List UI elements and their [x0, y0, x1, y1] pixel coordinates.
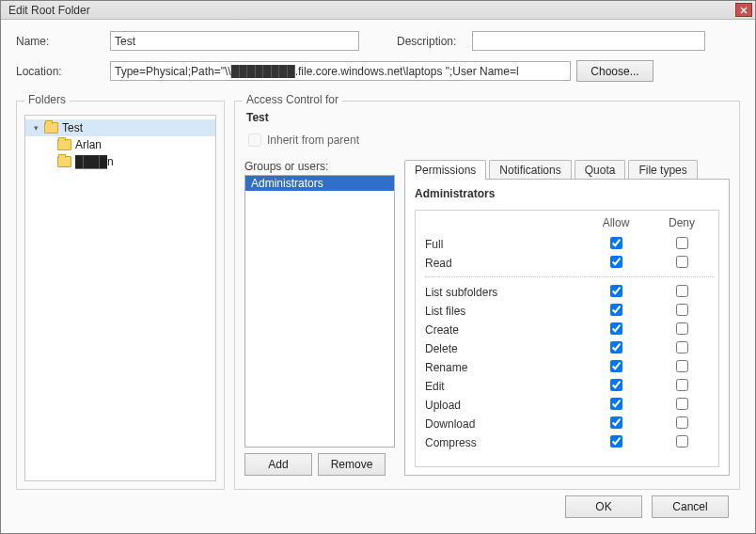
deny-checkbox[interactable] [676, 322, 688, 335]
description-label: Description: [397, 35, 472, 48]
close-button[interactable] [735, 3, 752, 17]
folder-icon [57, 156, 71, 167]
permission-name: Full [425, 238, 583, 251]
groups-listbox[interactable]: Administrators [244, 175, 395, 448]
folder-icon [44, 122, 58, 134]
mid-row: Groups or users: Administrators Add Remo… [244, 160, 730, 476]
permissions-group-title: Administrators [415, 187, 719, 200]
cancel-button[interactable]: Cancel [652, 495, 729, 518]
allow-checkbox[interactable] [610, 360, 622, 372]
folder-tree[interactable]: ▾ Test Arlan████n [24, 115, 216, 481]
titlebar: Edit Root Folder [1, 1, 755, 20]
permissions-divider [425, 276, 715, 277]
permission-row: List files [425, 302, 715, 321]
tabs-column: PermissionsNotificationsQuotaFile types … [404, 160, 730, 476]
deny-checkbox[interactable] [676, 304, 688, 316]
deny-checkbox[interactable] [676, 435, 688, 448]
allow-checkbox[interactable] [610, 237, 622, 249]
access-legend: Access Control for [243, 93, 342, 106]
deny-checkbox[interactable] [676, 398, 688, 410]
allow-checkbox[interactable] [610, 379, 622, 391]
groups-label: Groups or users: [244, 160, 395, 173]
dialog-content: Name: Description: Location: Choose... F… [1, 20, 755, 533]
location-field[interactable] [110, 61, 571, 81]
name-field[interactable] [110, 31, 359, 51]
deny-checkbox[interactable] [676, 256, 688, 268]
tab-file-types[interactable]: File types [628, 160, 697, 180]
tab-bar: PermissionsNotificationsQuotaFile types [404, 160, 730, 180]
allow-header: Allow [583, 216, 649, 229]
allow-checkbox[interactable] [610, 285, 622, 297]
permission-row: Delete [425, 339, 715, 358]
add-button[interactable]: Add [244, 453, 312, 476]
permission-row: Edit [425, 377, 715, 396]
groups-buttons: Add Remove [244, 453, 395, 476]
tree-child-label: Arlan [75, 138, 102, 151]
permission-row: Upload [425, 396, 715, 415]
folders-legend: Folders [24, 93, 70, 106]
permissions-scroll[interactable]: Allow Deny FullRead List subfoldersList … [415, 210, 719, 467]
permission-row: Read [425, 254, 715, 273]
tree-child-label: ████n [75, 155, 114, 168]
permission-row: Rename [425, 358, 715, 377]
dialog-window: Edit Root Folder Name: Description: Loca… [0, 0, 756, 534]
remove-button[interactable]: Remove [318, 453, 386, 476]
tab-permissions[interactable]: Permissions [404, 160, 486, 180]
tree-child[interactable]: Arlan [25, 136, 215, 153]
choose-button[interactable]: Choose... [576, 60, 654, 82]
groups-list-item[interactable]: Administrators [245, 176, 394, 191]
close-icon [740, 7, 748, 14]
permission-row: List subfolders [425, 283, 715, 302]
allow-checkbox[interactable] [610, 256, 622, 268]
allow-checkbox[interactable] [610, 416, 622, 429]
permission-name: Compress [425, 436, 583, 449]
ok-button[interactable]: OK [565, 495, 642, 518]
permission-name: Create [425, 323, 583, 337]
description-field[interactable] [472, 31, 705, 51]
permissions-header-row: Allow Deny [425, 216, 715, 229]
permission-name: Download [425, 417, 583, 431]
top-form: Name: Description: Location: Choose... [16, 31, 740, 91]
name-label: Name: [16, 35, 110, 48]
permission-name: List files [425, 305, 583, 318]
permission-name: Upload [425, 399, 583, 412]
allow-checkbox[interactable] [610, 341, 622, 353]
permission-row: Full [425, 235, 715, 254]
permission-row: Compress [425, 433, 715, 452]
allow-checkbox[interactable] [610, 322, 622, 335]
inherit-label: Inherit from parent [267, 134, 359, 147]
access-control-panel: Access Control for Test Inherit from par… [234, 101, 740, 490]
tree-root[interactable]: ▾ Test [25, 119, 215, 136]
tab-notifications[interactable]: Notifications [489, 160, 571, 180]
folders-panel: Folders ▾ Test Arlan████n [16, 101, 225, 490]
permission-row: Download [425, 415, 715, 433]
tree-root-label: Test [62, 121, 83, 134]
permission-name: Edit [425, 380, 583, 393]
permission-name: Rename [425, 361, 583, 374]
deny-checkbox[interactable] [676, 360, 688, 372]
location-label: Location: [16, 65, 110, 78]
permission-name: List subfolders [425, 286, 583, 299]
deny-checkbox[interactable] [676, 285, 688, 297]
access-target-name: Test [246, 111, 730, 124]
permission-name: Delete [425, 342, 583, 355]
permissions-tabpanel: Administrators Allow Deny FullRead List … [404, 179, 730, 476]
inherit-row: Inherit from parent [248, 134, 730, 147]
allow-checkbox[interactable] [610, 304, 622, 316]
deny-checkbox[interactable] [676, 416, 688, 429]
tab-quota[interactable]: Quota [575, 160, 626, 180]
groups-column: Groups or users: Administrators Add Remo… [244, 160, 395, 476]
tree-expand-icon[interactable]: ▾ [31, 123, 40, 133]
permission-row: Create [425, 321, 715, 339]
main-columns: Folders ▾ Test Arlan████n Access Control… [16, 101, 740, 490]
titlebar-text: Edit Root Folder [8, 4, 90, 17]
allow-checkbox[interactable] [610, 435, 622, 448]
inherit-checkbox[interactable] [248, 134, 261, 147]
tree-child[interactable]: ████n [25, 153, 215, 170]
dialog-footer: OK Cancel [16, 490, 740, 527]
deny-checkbox[interactable] [676, 237, 688, 249]
permission-name: Read [425, 257, 583, 270]
allow-checkbox[interactable] [610, 398, 622, 410]
deny-checkbox[interactable] [676, 379, 688, 391]
deny-checkbox[interactable] [676, 341, 688, 353]
